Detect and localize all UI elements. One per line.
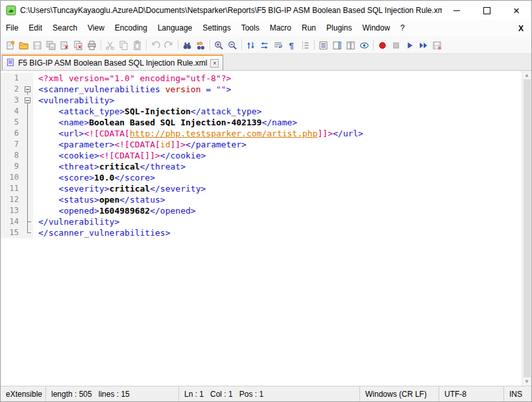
menu-item-run[interactable]: Run [296,20,321,36]
code-line[interactable]: 12 <status>open</status> [1,194,522,205]
paste-button[interactable] [130,38,144,52]
code-line[interactable]: 11 <severity>critical</severity> [1,183,522,194]
copy-button[interactable] [117,38,130,52]
menu-item-macro[interactable]: Macro [265,20,296,36]
code-line[interactable]: 10 <score>10.0</score> [1,172,522,183]
show-all-characters-button[interactable]: ¶ [285,38,298,52]
code-line[interactable]: 15</scanner_vulnerabilities> [1,227,522,238]
code-token: critical [99,162,140,171]
scrollbar-thumb[interactable] [524,79,531,377]
code-line[interactable]: 5 <name>Boolean Based SQL Injection-4021… [1,117,522,128]
code-line[interactable]: 13 <opened>1604989682</opened> [1,205,522,216]
status-doc-type: eXtensible [1,386,46,401]
code-token: version [165,84,201,94]
code-line[interactable]: 14</vulnerability> [1,216,522,227]
editor[interactable]: 1<?xml version="1.0" encoding="utf-8"?>2… [1,71,531,386]
code-line[interactable]: 1<?xml version="1.0" encoding="utf-8"?> [1,73,522,84]
code-token: </attack_type> [191,107,262,116]
menu-item-encoding[interactable]: Encoding [110,20,152,36]
close-button[interactable]: × [502,1,531,20]
document-list-button[interactable] [344,38,357,52]
menu-item-edit[interactable]: Edit [23,20,47,36]
line-number[interactable]: 8 [1,150,23,161]
redo-button[interactable] [162,38,176,52]
save-file-button[interactable] [30,38,44,52]
stop-recording-macro-button[interactable] [389,38,403,52]
code-line[interactable]: 4 <attack_type>SQL-Injection</attack_typ… [1,106,522,117]
zoom-out-button[interactable] [226,38,239,52]
line-number[interactable]: 15 [1,227,23,238]
code-line[interactable]: 8 <cookie><![CDATA[]]></cookie> [1,150,522,161]
line-number[interactable]: 9 [1,161,23,172]
code-line[interactable]: 7 <parameter><![CDATA[id]]></parameter> [1,139,522,150]
sync-vertical-scroll-button[interactable] [244,38,258,52]
close-file-button[interactable]: × [58,38,71,52]
line-number[interactable]: 13 [1,205,23,216]
start-recording-macro-button[interactable] [376,38,389,52]
cut-button[interactable] [103,38,117,52]
code-line[interactable]: 9 <threat>critical</threat> [1,161,522,172]
sync-horizontal-scroll-button[interactable] [258,38,271,52]
status-eol-format[interactable]: Windows (CR LF) [360,386,439,401]
vertical-scrollbar[interactable]: ▲ ▼ [522,71,531,386]
code-area[interactable]: 1<?xml version="1.0" encoding="utf-8"?>2… [1,71,522,386]
word-wrap-button[interactable] [271,38,285,52]
menu-item-file[interactable]: File [1,20,23,36]
code-line[interactable]: 3<vulnerability> [1,95,522,106]
fold-collapse-marker[interactable] [23,84,33,95]
zoom-in-button[interactable] [212,38,226,52]
maximize-button[interactable] [472,1,502,20]
line-number[interactable]: 5 [1,117,23,128]
menu-item-help[interactable]: ? [395,20,410,36]
line-number[interactable]: 4 [1,106,23,117]
line-number[interactable]: 11 [1,183,23,194]
tab-active[interactable]: F5 BIG-IP ASM Boolean Based SQL Injectio… [2,55,223,70]
run-macro-multiple-times-button[interactable] [417,38,430,52]
line-number[interactable]: 14 [1,216,23,227]
open-file-button[interactable] [17,38,30,52]
menu-item-window[interactable]: Window [357,20,395,36]
document-map-button[interactable] [330,38,344,52]
tab-close-button[interactable]: × [210,59,219,68]
line-number[interactable]: 12 [1,194,23,205]
undo-button[interactable] [149,38,162,52]
menu-item-search[interactable]: Search [47,20,82,36]
minimize-icon [453,10,460,11]
save-recorded-macro-button[interactable] [430,38,444,52]
find-button[interactable] [180,38,194,52]
save-all-button[interactable] [44,38,58,52]
code-token: <parameter> [38,140,114,149]
playback-macro-button[interactable] [403,38,417,52]
code-line[interactable]: 2<scanner_vulnerabilities version = ""> [1,84,522,95]
menu-bar: FileEditSearchViewEncodingLanguageSettin… [1,20,531,36]
line-number[interactable]: 2 [1,84,23,95]
menu-item-tools[interactable]: Tools [236,20,265,36]
status-encoding[interactable]: UTF-8 [439,386,504,401]
line-number[interactable]: 10 [1,172,23,183]
menu-item-view[interactable]: View [82,20,110,36]
minimize-button[interactable] [442,1,472,20]
menu-item-settings[interactable]: Settings [197,20,236,36]
code-token: <url> [38,129,84,138]
print-button[interactable] [85,38,99,52]
replace-button[interactable]: ab [194,38,208,52]
menu-item-language[interactable]: Language [152,20,197,36]
show-indent-guide-button[interactable] [298,38,312,52]
close-all-button[interactable]: × [71,38,85,52]
new-file-button[interactable] [3,38,17,52]
scroll-down-icon[interactable]: ▼ [526,379,529,384]
line-number[interactable]: 3 [1,95,23,106]
line-number[interactable]: 7 [1,139,23,150]
status-insert-mode[interactable]: INS [504,386,531,401]
monitoring-button[interactable] [357,38,371,52]
code-line[interactable]: 6 <url><![CDATA[http://php.testsparker.c… [1,128,522,139]
fold-guide [23,73,33,84]
function-list-button[interactable] [317,38,330,52]
fold-collapse-marker[interactable] [23,95,33,106]
scroll-up-icon[interactable]: ▲ [526,72,529,78]
line-number[interactable]: 6 [1,128,23,139]
menu-item-plugins[interactable]: Plugins [321,20,357,36]
toolbar-separator [178,40,178,50]
close-document-x-button[interactable]: X [511,24,531,33]
line-number[interactable]: 1 [1,73,23,84]
